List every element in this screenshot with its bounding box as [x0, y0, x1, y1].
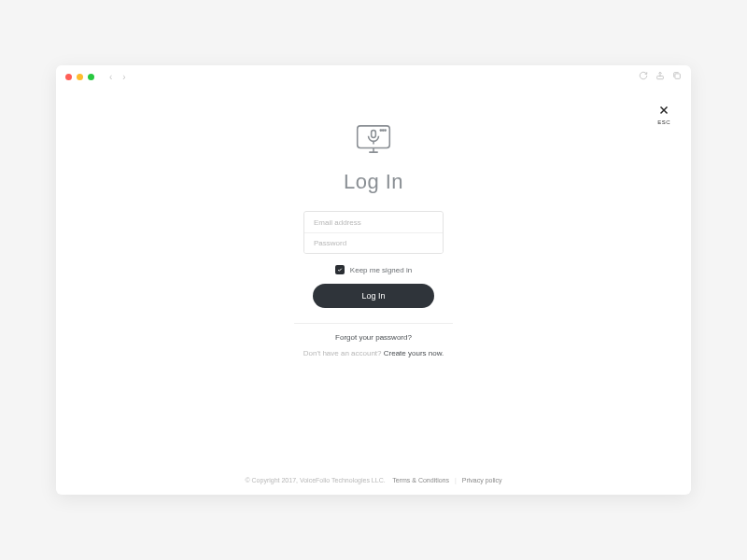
window-close-dot[interactable] — [65, 74, 72, 80]
svg-rect-3 — [372, 131, 376, 138]
share-icon[interactable] — [655, 71, 665, 82]
esc-label: ESC — [657, 119, 670, 125]
reload-icon[interactable] — [639, 71, 648, 82]
create-account-link[interactable]: Create yours now. — [384, 349, 444, 357]
svg-point-4 — [380, 130, 381, 131]
footer: © Copyright 2017, VoiceFolio Technologie… — [56, 466, 691, 495]
chrome-left: ‹ › — [65, 72, 129, 82]
page-content: ESC Log In — [56, 88, 691, 495]
svg-rect-1 — [675, 74, 680, 78]
browser-window: ‹ › ESC — [56, 65, 691, 495]
login-button[interactable]: Log In — [313, 284, 434, 308]
keep-signed-label: Keep me signed in — [350, 266, 412, 274]
footer-separator: | — [455, 477, 457, 483]
svg-point-6 — [385, 130, 386, 131]
page-title: Log In — [344, 170, 403, 194]
window-minimize-dot[interactable] — [77, 74, 83, 80]
app-logo — [353, 121, 394, 161]
nav-back-icon[interactable]: ‹ — [106, 72, 115, 82]
nav-forward-icon[interactable]: › — [120, 72, 128, 82]
traffic-lights — [65, 74, 94, 80]
email-field[interactable] — [304, 213, 443, 232]
divider — [294, 323, 453, 324]
svg-point-5 — [383, 130, 384, 131]
terms-link[interactable]: Terms & Conditions — [392, 477, 449, 483]
copyright-text: © Copyright 2017, VoiceFolio Technologie… — [245, 477, 385, 483]
signup-row: Don't have an account? Create yours now. — [303, 349, 444, 357]
microphone-monitor-icon — [353, 121, 394, 157]
browser-chrome: ‹ › — [56, 65, 691, 88]
password-field[interactable] — [304, 232, 443, 253]
check-icon — [337, 267, 343, 273]
no-account-text: Don't have an account? — [303, 349, 382, 357]
forgot-password-link[interactable]: Forgot your password? — [335, 333, 412, 342]
input-group — [303, 211, 444, 254]
keep-signed-row: Keep me signed in — [335, 265, 412, 274]
chrome-right — [639, 71, 682, 82]
login-form: Keep me signed in Log In — [303, 211, 444, 308]
privacy-link[interactable]: Privacy policy — [462, 477, 502, 483]
keep-signed-checkbox[interactable] — [335, 265, 345, 274]
tabs-icon[interactable] — [672, 71, 682, 82]
close-button[interactable]: ESC — [657, 105, 670, 125]
window-zoom-dot[interactable] — [88, 74, 94, 80]
close-icon — [658, 105, 669, 118]
